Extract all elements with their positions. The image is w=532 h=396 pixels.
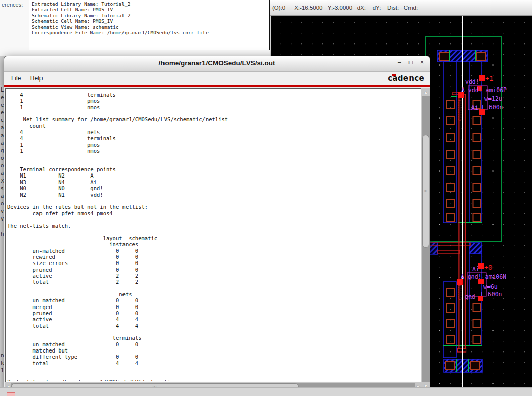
help-menu[interactable]: Help (30, 75, 43, 82)
layout-status-bar: (O):0 X:-16.5000 Y:-3.0000 dX: dY: Dist:… (270, 0, 532, 16)
maximize-button[interactable]: □ (409, 59, 413, 66)
window-titlebar[interactable]: /home/granar1/CMOSedu/LVS/si.out – □ × (4, 56, 430, 72)
report-viewport[interactable]: 4 terminals 1 pmos 1 nmos Net-list summa… (5, 88, 422, 382)
pmos-net-label: vdd! (465, 78, 479, 85)
pmos-length-label: L=600n (482, 104, 503, 111)
nmos-net-label: Ai (472, 266, 479, 273)
vertical-scrollbar[interactable]: ▲ ≡ ▼ (421, 88, 430, 390)
pmos-pin-label: +1 (485, 75, 494, 82)
nmos-pin-label: +0 (484, 263, 493, 271)
scroll-up-arrow-icon[interactable]: ▲ (422, 88, 430, 96)
taskbar-chip[interactable] (7, 392, 15, 396)
pmos-width-label: w=12u (484, 95, 502, 102)
mouse-state-readout: (O):0 (272, 5, 285, 11)
pmos-output-label: Ai (471, 104, 478, 111)
minimize-button[interactable]: – (398, 59, 401, 66)
close-button[interactable]: × (420, 59, 424, 66)
nmos-gnd-label: gnd (465, 293, 475, 300)
nmos-instance-label: A gnd! ami06N (461, 273, 506, 280)
file-menu[interactable]: File (11, 75, 21, 82)
screen-bottom-strip (0, 387, 532, 396)
lvs-form-dialog: erences: Extracted Library Name: Tutoria… (0, 0, 270, 56)
cadence-red-rule (4, 85, 430, 87)
window-title: /home/granar1/CMOSedu/LVS/si.out (4, 59, 430, 67)
menu-bar: File Help cadence (4, 72, 430, 85)
si-out-viewer-window[interactable]: /home/granar1/CMOSedu/LVS/si.out – □ × F… (4, 56, 430, 391)
cadence-logo: cadence (388, 74, 424, 83)
coordinate-readout: X:-16.5000 Y:-3.0000 dX: dY: Dist: Cmd: (294, 5, 418, 11)
vertical-scroll-thumb[interactable]: ≡ (422, 135, 429, 248)
nmos-width-label: w=6u (483, 283, 498, 290)
references-label: erences: (2, 2, 23, 8)
lvs-report-box[interactable]: Extracted Library Name: Tutorial_2 Extra… (29, 0, 270, 50)
pmos-instance-label: A vdd! ami06P (461, 86, 507, 94)
desktop: erences: Extracted Library Name: Tutoria… (0, 0, 532, 396)
gnd-rail (444, 359, 482, 372)
thumb-grip-icon: ≡ (424, 189, 427, 194)
lvs-si-report-text: 4 terminals 1 pmos 1 nmos Net-list summa… (6, 89, 421, 382)
lvs-report-text: Extracted Library Name: Tutorial_2 Extra… (29, 0, 269, 37)
status-separator (290, 4, 290, 12)
nmos-length-label: L=600n (481, 291, 502, 298)
